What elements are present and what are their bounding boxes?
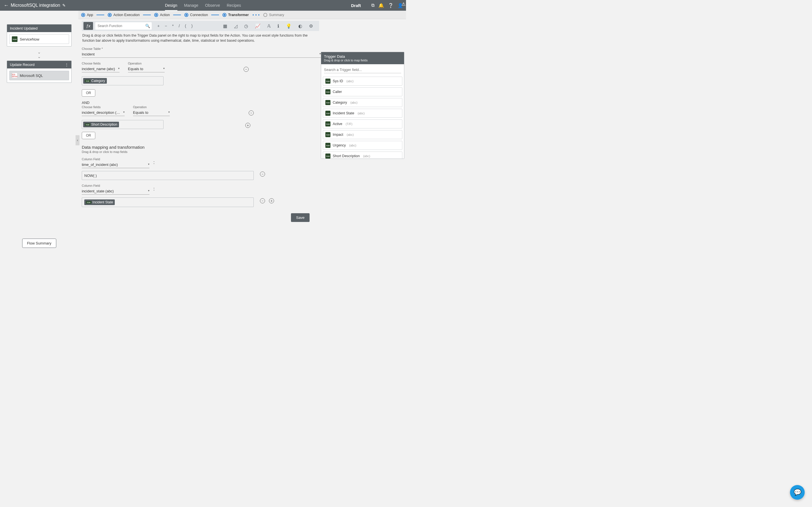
math-icon[interactable]: ▦ bbox=[223, 23, 227, 29]
cond1-chip[interactable]: now Category bbox=[83, 78, 107, 83]
tab-manage[interactable]: Manage bbox=[184, 0, 199, 11]
trigger-field-caller[interactable]: nowCaller bbox=[323, 87, 402, 96]
more-icon[interactable]: ⋮ bbox=[65, 62, 68, 67]
step-transformer[interactable]: Transformer bbox=[222, 13, 249, 17]
cond2-remove-button[interactable]: − bbox=[249, 110, 254, 115]
save-button[interactable]: Save bbox=[291, 213, 310, 222]
function-operators: + − * / ( ) bbox=[157, 24, 193, 28]
user-avatar[interactable]: 👤 ⚠ bbox=[398, 3, 403, 8]
edit-icon[interactable]: ✎ bbox=[62, 3, 66, 8]
flow-summary-button[interactable]: Flow Summary bbox=[22, 238, 56, 248]
text-icon[interactable]: 𝔸 bbox=[267, 23, 271, 29]
cond2-operation-label: Operation bbox=[133, 105, 170, 109]
step-connection[interactable]: Connection bbox=[185, 13, 208, 17]
op-mult[interactable]: * bbox=[172, 24, 173, 28]
cond2-chip-label: Short Description bbox=[91, 122, 117, 126]
step-app[interactable]: App bbox=[81, 13, 93, 17]
cond1-field-select[interactable]: incident_name (abc) bbox=[82, 66, 119, 72]
op-plus[interactable]: + bbox=[157, 24, 160, 28]
choose-table-select[interactable]: Incident bbox=[82, 51, 321, 58]
gauge-icon[interactable]: ◐ bbox=[298, 23, 302, 29]
op-minus[interactable]: − bbox=[165, 24, 167, 28]
step-action-label: Action bbox=[160, 13, 170, 17]
trigger-field-type: (abc) bbox=[347, 79, 354, 83]
op-div[interactable]: / bbox=[179, 24, 180, 28]
add-condition-button[interactable]: + bbox=[245, 123, 250, 128]
op-lparen[interactable]: ( bbox=[185, 24, 186, 28]
step-connector bbox=[96, 15, 104, 15]
cond2-operation-select[interactable]: Equals to bbox=[133, 109, 170, 116]
trigger-field-list[interactable]: nowSys ID(abc) nowCaller nowCategory(abc… bbox=[321, 75, 404, 159]
op-rparen[interactable]: ) bbox=[191, 24, 193, 28]
flow-direction-icon: ⌄⌄ bbox=[7, 50, 71, 59]
function-search-input[interactable] bbox=[97, 24, 145, 28]
cond1-value-input[interactable]: now Category bbox=[82, 76, 163, 86]
map2-column-select[interactable]: incident_state (abc) bbox=[82, 188, 149, 194]
info-icon[interactable]: ℹ bbox=[277, 23, 279, 29]
fx-icon[interactable]: ƒx bbox=[84, 22, 93, 30]
step-dots bbox=[253, 14, 259, 15]
tab-design[interactable]: Design bbox=[165, 0, 177, 11]
trigger-data-title: Trigger Data bbox=[324, 54, 401, 59]
servicenow-icon: now bbox=[325, 154, 331, 159]
trigger-field-impact[interactable]: nowImpact(abc) bbox=[323, 130, 402, 139]
search-icon[interactable]: 🔍 bbox=[145, 24, 150, 28]
map2-chip[interactable]: now Incident State bbox=[84, 200, 115, 205]
trigger-field-label: Short Description bbox=[333, 154, 360, 158]
trigger-field-active[interactable]: nowActive(T/F) bbox=[323, 119, 402, 128]
topbar: ← MicrosoftSQL integration ✎ Design Mana… bbox=[0, 0, 406, 11]
trigger-node-servicenow[interactable]: now ServiceNow bbox=[9, 34, 69, 44]
trigger-field-label: Category bbox=[333, 101, 347, 105]
cond1-operation-select[interactable]: Equals to bbox=[128, 66, 165, 72]
back-arrow-icon[interactable]: ← bbox=[3, 3, 10, 8]
or-button-2[interactable]: OR bbox=[82, 132, 95, 139]
map2-remove-button[interactable]: − bbox=[260, 198, 265, 203]
trigger-card-head[interactable]: Incident Updated bbox=[7, 24, 71, 32]
add-mapping-button[interactable]: + bbox=[269, 198, 274, 203]
map1-remove-button[interactable]: − bbox=[260, 172, 265, 177]
servicenow-icon: now bbox=[325, 143, 331, 148]
function-bar: ƒx 🔍 + − * / ( ) ▦ ◿ ◷ 📈 bbox=[82, 21, 319, 31]
trigger-data-head: Trigger Data Drag & drop or click to map… bbox=[321, 52, 404, 64]
bell-icon[interactable]: 🔔 bbox=[378, 3, 384, 8]
trigger-field-incident-state[interactable]: nowIncident State(abc) bbox=[323, 109, 402, 118]
status-draft: Draft bbox=[351, 3, 361, 8]
trigger-field-short-description[interactable]: nowShort Description(abc) bbox=[323, 152, 402, 159]
gears-icon[interactable]: ⚙ bbox=[309, 23, 313, 29]
tab-recipes-label: Recipes bbox=[227, 3, 241, 8]
trigger-field-type: (abc) bbox=[347, 133, 354, 136]
tab-recipes[interactable]: Recipes bbox=[227, 0, 241, 11]
chart-icon[interactable]: 📈 bbox=[255, 23, 260, 29]
trigger-card: Incident Updated now ServiceNow bbox=[7, 24, 71, 47]
action-card-title: Update Record bbox=[10, 62, 35, 67]
map2-value-input[interactable]: now Incident State bbox=[82, 198, 254, 207]
trigger-field-urgency[interactable]: nowUrgency(abc) bbox=[323, 141, 402, 150]
top-nav-tabs: Design Manage Observe Recipes bbox=[165, 0, 241, 11]
cond2-field-select[interactable]: incident_description (… bbox=[82, 109, 124, 116]
action-node-mssql[interactable]: SQLServer Microsoft SQL bbox=[9, 71, 69, 80]
cond2-chip[interactable]: now Short Description bbox=[83, 122, 119, 127]
stats-icon[interactable]: ◿ bbox=[234, 23, 238, 29]
lightbulb-icon[interactable]: 💡 bbox=[286, 23, 292, 29]
help-icon[interactable]: ❔ bbox=[388, 3, 394, 8]
step-summary[interactable]: Summary bbox=[263, 13, 284, 17]
cond2-value-input[interactable]: now Short Description bbox=[82, 120, 163, 129]
trigger-field-sys-id[interactable]: nowSys ID(abc) bbox=[323, 76, 402, 86]
trigger-search-input[interactable] bbox=[324, 66, 401, 73]
map1-column-select[interactable]: time_of_incident (abc) bbox=[82, 161, 149, 168]
trigger-data-panel: Trigger Data Drag & drop or click to map… bbox=[321, 52, 404, 159]
step-action-execution[interactable]: Action Execution bbox=[108, 13, 140, 17]
servicenow-icon: now bbox=[85, 80, 90, 82]
trigger-field-type: (abc) bbox=[350, 101, 357, 104]
step-action[interactable]: Action bbox=[154, 13, 170, 17]
trigger-field-category[interactable]: nowCategory(abc) bbox=[323, 98, 402, 107]
action-card-head[interactable]: Update Record ⋮ bbox=[7, 61, 71, 68]
tab-observe[interactable]: Observe bbox=[205, 0, 220, 11]
map1-value-input[interactable]: NOW( ) bbox=[82, 171, 254, 180]
function-search[interactable]: 🔍 bbox=[95, 22, 152, 30]
open-external-icon[interactable]: ⧉ bbox=[371, 3, 374, 8]
cond1-remove-button[interactable]: − bbox=[244, 67, 249, 72]
time-icon[interactable]: ◷ bbox=[244, 23, 248, 29]
or-button-1[interactable]: OR bbox=[82, 89, 95, 97]
map1-column-label: Column Field bbox=[82, 158, 149, 161]
